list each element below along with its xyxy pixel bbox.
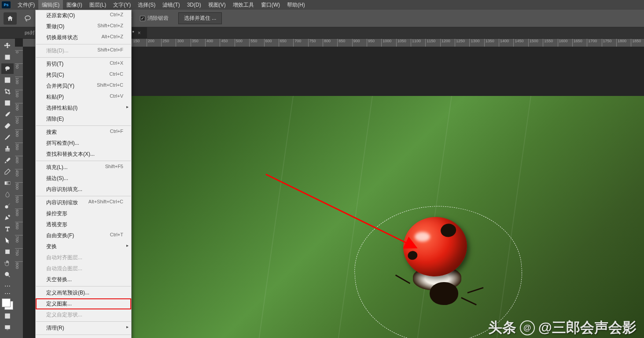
- ruler-tick: 1400: [499, 39, 509, 47]
- lasso-tool-icon[interactable]: [23, 14, 33, 23]
- menu-help[interactable]: 帮助(H): [283, 0, 309, 10]
- menu-item[interactable]: 自由变换(F)Ctrl+T: [36, 230, 131, 241]
- svg-point-9: [5, 272, 9, 276]
- ruler-tick: 700: [15, 235, 23, 242]
- menu-separator: [36, 286, 131, 287]
- menu-item[interactable]: 合并拷贝(Y)Shift+Ctrl+C: [36, 81, 131, 92]
- healing-tool[interactable]: [1, 121, 14, 131]
- menu-edit[interactable]: 编辑(E): [38, 0, 63, 10]
- select-and-mask-button[interactable]: 选择并遮住 ...: [178, 12, 222, 24]
- screenmode-tool[interactable]: [1, 322, 14, 333]
- menu-type[interactable]: 文字(Y): [110, 0, 134, 10]
- menu-item[interactable]: 变换: [36, 241, 131, 252]
- ruler-tick: 600: [264, 39, 272, 47]
- menu-item-label: 清除(E): [46, 115, 64, 123]
- menu-item[interactable]: 拷贝(C)Ctrl+C: [36, 70, 131, 81]
- menu-image[interactable]: 图像(I): [63, 0, 85, 10]
- menu-item[interactable]: 搜索Ctrl+F: [36, 127, 131, 138]
- menu-item-label: 描边(S)...: [46, 175, 68, 182]
- color-swatches[interactable]: [2, 298, 13, 310]
- stamp-tool[interactable]: [1, 143, 14, 154]
- lasso-tool[interactable]: [1, 63, 14, 74]
- move-tool[interactable]: [1, 40, 14, 51]
- tools-panel: ⋯ ⋯: [0, 39, 15, 338]
- menu-item[interactable]: 粘贴(P)Ctrl+V: [36, 92, 131, 103]
- menu-item[interactable]: 定义图案...: [36, 298, 131, 309]
- crop-tool[interactable]: [1, 86, 14, 97]
- menu-window[interactable]: 窗口(W): [258, 0, 283, 10]
- menu-item[interactable]: 操控变形: [36, 208, 131, 219]
- menu-item[interactable]: 还原套索(O)Ctrl+Z: [36, 10, 131, 21]
- ruler-tick: 750: [15, 248, 23, 256]
- menu-plugins[interactable]: 增效工具: [229, 0, 258, 10]
- menu-item-label: 拼写检查(H)...: [46, 140, 79, 147]
- history-brush-tool[interactable]: [1, 155, 14, 165]
- hand-tool[interactable]: [1, 258, 14, 268]
- menu-item[interactable]: 透视变形: [36, 219, 131, 230]
- gradient-tool[interactable]: [1, 178, 14, 188]
- menu-item[interactable]: 内容识别缩放Alt+Shift+Ctrl+C: [36, 197, 131, 208]
- menu-item[interactable]: 定义画笔预设(B)...: [36, 287, 131, 298]
- watermark-logo-icon: @: [520, 320, 535, 335]
- menu-item-shortcut: Shift+F5: [105, 164, 123, 171]
- blur-tool[interactable]: [1, 189, 14, 200]
- type-tool[interactable]: [1, 224, 14, 234]
- menu-item[interactable]: 查找和替换文本(X)...: [36, 149, 131, 160]
- home-button[interactable]: [4, 12, 17, 25]
- menu-item-shortcut: Alt+Shift+Ctrl+C: [88, 199, 123, 206]
- pen-tool[interactable]: [1, 212, 14, 223]
- menu-item-label: 剪切(T): [46, 60, 63, 68]
- ruler-tick: 400: [205, 39, 213, 47]
- menu-file[interactable]: 文件(F): [14, 0, 38, 10]
- menu-item-shortcut: Shift+Ctrl+C: [97, 82, 123, 90]
- zoom-tool[interactable]: [1, 269, 14, 280]
- eraser-tool[interactable]: [1, 166, 14, 177]
- menu-item[interactable]: 填充(L)...Shift+F5: [36, 162, 131, 173]
- menu-item[interactable]: 描边(S)...: [36, 173, 131, 184]
- menu-item-label: 选择性粘贴(I): [46, 104, 77, 112]
- quickmask-tool[interactable]: [1, 311, 14, 321]
- ruler-tick: 150: [15, 90, 23, 97]
- svg-point-2: [5, 66, 9, 70]
- menu-item[interactable]: Adobe PDF 预设...: [36, 336, 131, 338]
- shape-tool[interactable]: [1, 246, 14, 257]
- ruler-left: 0501001502002503003504004505005506006507…: [15, 47, 23, 338]
- edit-toolbar[interactable]: ⋯: [1, 292, 14, 295]
- ruler-tick: 1000: [381, 39, 391, 47]
- menu-item[interactable]: 切换最终状态Alt+Ctrl+Z: [36, 32, 131, 43]
- menu-item-label: 粘贴(P): [46, 93, 64, 101]
- ruler-tick: 350: [191, 39, 199, 47]
- menu-item[interactable]: 清理(R): [36, 323, 131, 334]
- close-icon[interactable]: ×: [138, 30, 141, 36]
- menu-layer[interactable]: 图层(L): [86, 0, 110, 10]
- menu-item[interactable]: 内容识别填充...: [36, 184, 131, 195]
- menu-separator: [36, 321, 131, 322]
- menu-view[interactable]: 视图(V): [205, 0, 229, 10]
- menu-item[interactable]: 选择性粘贴(I): [36, 103, 131, 114]
- menu-item-label: 重做(O): [46, 23, 64, 30]
- menu-item[interactable]: 清除(E): [36, 114, 131, 125]
- brush-tool[interactable]: [1, 132, 14, 143]
- ruler-tick: 800: [323, 39, 331, 47]
- menu-item[interactable]: 重做(O)Shift+Ctrl+Z: [36, 21, 131, 32]
- svg-rect-8: [5, 250, 9, 254]
- ruler-tick: 600: [15, 209, 23, 216]
- ruler-tick: 200: [147, 39, 155, 47]
- menu-item[interactable]: 拼写检查(H)...: [36, 138, 131, 149]
- ruler-tick: 1300: [469, 39, 479, 47]
- dodge-tool[interactable]: [1, 201, 14, 211]
- menu-select[interactable]: 选择(S): [134, 0, 159, 10]
- marquee-tool[interactable]: [1, 52, 14, 62]
- menu-item[interactable]: 剪切(T)Ctrl+X: [36, 59, 131, 70]
- ruler-tick: 300: [176, 39, 184, 47]
- frame-tool[interactable]: [1, 98, 14, 108]
- path-tool[interactable]: [1, 235, 14, 246]
- eyedropper-tool[interactable]: [1, 109, 14, 120]
- object-select-tool[interactable]: [1, 75, 14, 85]
- menu-item[interactable]: 天空替换...: [36, 274, 131, 285]
- menu-filter[interactable]: 滤镜(T): [159, 0, 183, 10]
- menu-3d[interactable]: 3D(D): [184, 0, 205, 9]
- ruler-tick: 250: [161, 39, 169, 47]
- antialias-checkbox[interactable]: ✓消除锯齿: [140, 15, 169, 22]
- menubar: Ps 文件(F) 编辑(E) 图像(I) 图层(L) 文字(Y) 选择(S) 滤…: [0, 0, 644, 10]
